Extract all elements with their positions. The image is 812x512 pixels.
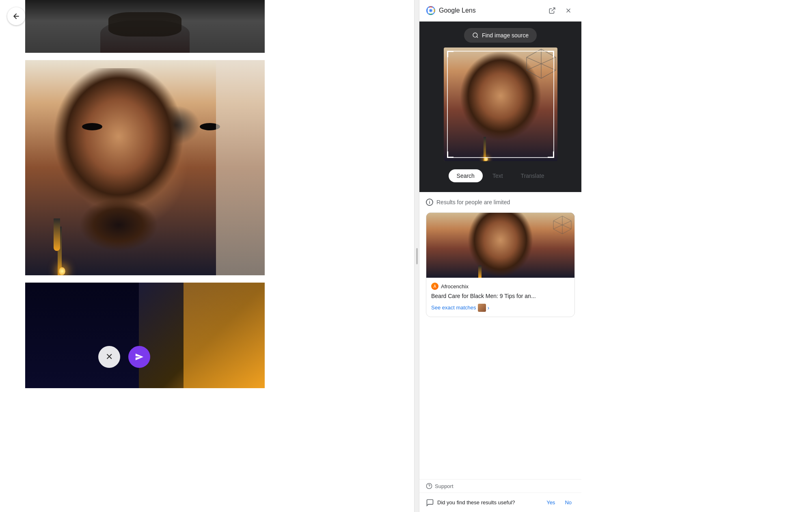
feedback-yes-button[interactable]: Yes [543, 498, 558, 507]
close-overlay-button[interactable]: ✕ [98, 346, 120, 368]
google-lens-logo [426, 6, 436, 15]
feedback-no-button[interactable]: No [561, 498, 575, 507]
divider-handle [416, 248, 418, 264]
close-lens-button[interactable] [562, 4, 575, 17]
overlay-buttons: ✕ [98, 346, 150, 368]
panel-divider [414, 0, 419, 512]
see-exact-matches-link[interactable]: See exact matches › [431, 304, 570, 312]
lens-title: Google Lens [439, 7, 476, 14]
svg-line-8 [552, 8, 555, 11]
result-info: A Afrocenchix Beard Care for Black Men: … [426, 278, 574, 317]
info-icon: i [426, 199, 433, 206]
corner-tr [548, 51, 554, 57]
open-external-button[interactable] [546, 4, 559, 17]
lens-header-actions [546, 4, 575, 17]
feedback-question: Did you find these results useful? [437, 499, 540, 506]
svg-point-7 [430, 9, 432, 12]
feedback-section: Did you find these results useful? Yes N… [419, 493, 581, 512]
lens-image-area: Find image source [419, 22, 581, 192]
lens-tabs: Search Text Translate [449, 166, 553, 186]
lens-header: Google Lens [419, 0, 581, 22]
send-button[interactable] [128, 346, 150, 368]
lamp-detail [478, 266, 482, 278]
svg-line-12 [477, 37, 478, 38]
find-image-source-label: Find image source [482, 32, 529, 39]
corner-tl [447, 51, 454, 57]
chevron-right-icon: › [488, 305, 490, 311]
feedback-icon [426, 499, 434, 507]
corner-bl [447, 151, 454, 158]
source-name: Afrocenchix [441, 283, 469, 289]
bottom-photo [25, 283, 265, 388]
support-label: Support [435, 483, 454, 489]
tab-text[interactable]: Text [484, 169, 511, 182]
back-button[interactable] [7, 7, 25, 25]
support-section[interactable]: Support [419, 479, 581, 493]
corner-br [548, 151, 554, 158]
results-notice: i Results for people are limited [426, 199, 575, 206]
tab-translate[interactable]: Translate [513, 169, 553, 182]
find-image-source-button[interactable]: Find image source [464, 28, 537, 43]
face-top-photo [25, 0, 265, 53]
match-thumbnail [478, 304, 486, 312]
lens-results: i Results for people are limited [419, 192, 581, 479]
result-thumbnail [426, 213, 574, 278]
selection-box [447, 51, 554, 158]
image-stack: ✕ [0, 0, 414, 388]
image-bottom: ✕ [25, 283, 265, 388]
see-exact-matches-text: See exact matches [431, 305, 476, 311]
support-icon [426, 483, 432, 489]
main-content: ✕ [0, 0, 414, 512]
lens-preview-container [444, 48, 557, 161]
svg-point-11 [473, 33, 477, 37]
lens-title-group: Google Lens [426, 6, 476, 15]
results-notice-text: Results for people are limited [436, 199, 510, 205]
source-favicon: A [431, 283, 438, 290]
result-card: A Afrocenchix Beard Care for Black Men: … [426, 212, 575, 317]
result-source: A Afrocenchix [431, 283, 570, 290]
image-top [25, 0, 265, 53]
result-title: Beard Care for Black Men: 9 Tips for an.… [431, 292, 570, 300]
image-portrait [25, 60, 265, 275]
tab-search[interactable]: Search [449, 169, 483, 182]
portrait-photo [25, 60, 265, 275]
google-lens-panel: Google Lens [419, 0, 581, 512]
